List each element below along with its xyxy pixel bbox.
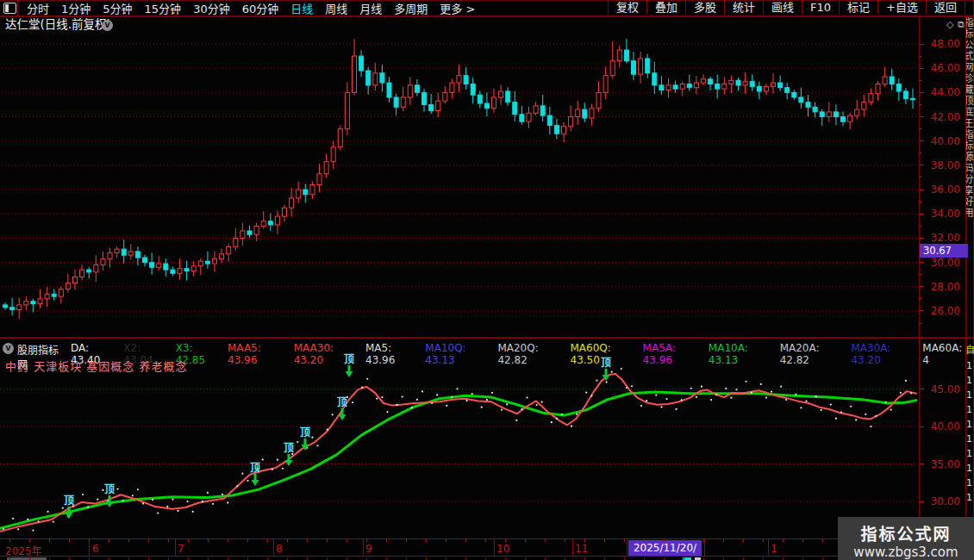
site-watermark: 指标公式网 www.zbgs3.com [838,517,974,560]
axis-tick [386,539,387,542]
down-arrow-icon [66,507,73,519]
axis-tick [545,539,546,542]
axis-tick [525,539,526,542]
main-axis-label-32: 32.00 [924,232,960,244]
period-tab-60分钟[interactable]: 60分钟 [236,0,285,16]
axis-tick [327,539,328,542]
top-signal-label: 顶 [601,357,611,369]
axis-tick [763,539,764,542]
indicator-chevron-icon[interactable]: v [3,343,14,354]
action-button-多股[interactable]: 多股 [685,1,724,15]
right-strip-digit: 1 [966,419,974,433]
axis-left-border [919,16,920,557]
month-divider [572,539,573,557]
watermark-site-url: www.zbgs3.com [838,544,974,560]
axis-tick [287,539,288,542]
axis-tick [465,539,466,542]
indicator-source[interactable]: 股朋指标网 [17,342,62,355]
indicator-field-MA60A: MA60A: 4 [922,342,965,355]
period-tab-月线[interactable]: 月线 [353,0,388,16]
period-tab-周线[interactable]: 周线 [319,0,353,16]
month-divider [494,539,495,557]
axis-tick [684,539,684,542]
axis-tick [89,539,90,542]
axis-tick [426,539,427,542]
current-date-badge: 2025/11/20/四 [628,540,702,556]
month-divider [273,539,274,557]
tdx-window: 顶顶顶顶顶顶顶顶 分时1分钟5分钟15分钟30分钟60分钟日线周线月线多周期更多… [0,0,974,560]
axis-tick [109,539,109,542]
right-vertical-text-strip: 指标公式网珍藏顶底王指标源码分享好用 [966,17,974,338]
down-arrow-icon [106,495,114,507]
date-axis[interactable]: 2025年 2025/11/20/四 678910111 [0,538,974,557]
panel-expand-icon[interactable]: ⧉ [958,20,965,29]
axis-tick [307,539,308,542]
period-tab-15分钟[interactable]: 15分钟 [139,0,188,16]
action-button-画线[interactable]: 画线 [763,1,802,15]
action-button-标记[interactable]: 标记 [839,1,877,15]
period-tab-5分钟[interactable]: 5分钟 [97,0,138,16]
top-toolbar: 分时1分钟5分钟15分钟30分钟60分钟日线周线月线多周期更多 > 复权叠加多股… [0,0,974,16]
axis-tick [49,539,50,542]
month-label-6: 6 [92,543,99,555]
main-axis-label-48: 48.00 [924,38,960,50]
month-divider [627,539,627,557]
window-layout-icon[interactable] [3,3,16,14]
axis-tick [783,539,784,542]
period-tab-日线[interactable]: 日线 [284,0,319,16]
indicator-axis-label-40: 40.00 [924,420,960,432]
period-tabs: 分时1分钟5分钟15分钟30分钟60分钟日线周线月线多周期更多 > [21,0,481,16]
axis-tick [604,539,605,542]
axis-tick [29,539,30,542]
axis-tick [406,539,407,542]
watermark-site-name: 指标公式网 [838,521,974,544]
toolbar-divider [17,1,18,16]
period-tab-1分钟[interactable]: 1分钟 [55,0,97,16]
axis-tick [743,539,744,542]
period-tab-更多 >[interactable]: 更多 > [434,0,481,16]
axis-tick [802,539,803,542]
indicator-field-MA10Q: MA10Q: 43.13 [425,342,489,355]
down-arrow-icon [285,454,293,466]
axis-tick [347,539,347,542]
indicator-field-X3: X3: 42.85 [176,342,219,355]
action-button-复权[interactable]: 复权 [608,1,646,15]
axis-tick [584,539,585,542]
right-strip-digit: 1 [966,477,974,492]
indicator-field-X2: X2: 43.04 [123,342,166,355]
action-button-统计[interactable]: 统计 [724,1,763,15]
axis-tick [267,539,268,542]
toolbar-bottom-border [0,16,974,17]
indicator-field-MA20Q: MA20Q: 42.82 [497,342,561,355]
action-button-叠加[interactable]: 叠加 [646,1,685,15]
period-tab-多周期[interactable]: 多周期 [388,0,434,16]
indicator-field-MA60Q: MA60Q: 43.50 [571,342,634,355]
right-strip-digit: 1 [966,433,974,448]
axis-tick [9,539,10,542]
period-tab-30分钟[interactable]: 30分钟 [187,0,236,16]
diamond-icon[interactable]: ◇ [946,20,953,29]
right-strip-digit: 1 [966,389,974,404]
main-axis-label-26: 26.00 [924,305,960,317]
axis-tick [485,539,486,542]
main-axis-label-28: 28.00 [924,281,960,293]
period-tab-分时[interactable]: 分时 [21,0,55,16]
right-strip-digit: 1 [966,463,974,477]
month-divider [704,539,705,557]
indicator-field-MAA30: MAA30: 43.20 [294,342,357,355]
axis-tick [148,539,149,542]
indicator-field-MA20A: MA20A: 42.82 [780,342,843,355]
indicator-axis-label-45: 45.00 [924,383,960,395]
action-button-+自选[interactable]: +自选 [877,1,926,15]
axis-tick [69,539,70,542]
axis-tick [228,539,228,542]
axis-tick [188,539,189,542]
month-label-10: 10 [496,543,509,555]
axis-tick [664,539,665,542]
action-button-F10[interactable]: F10 [802,1,839,15]
down-arrow-icon [339,408,347,420]
down-arrow-icon [346,365,353,377]
chevron-down-icon[interactable]: v [102,20,113,31]
axis-tick [208,539,209,542]
action-button-返回[interactable]: 返回 [926,1,965,15]
